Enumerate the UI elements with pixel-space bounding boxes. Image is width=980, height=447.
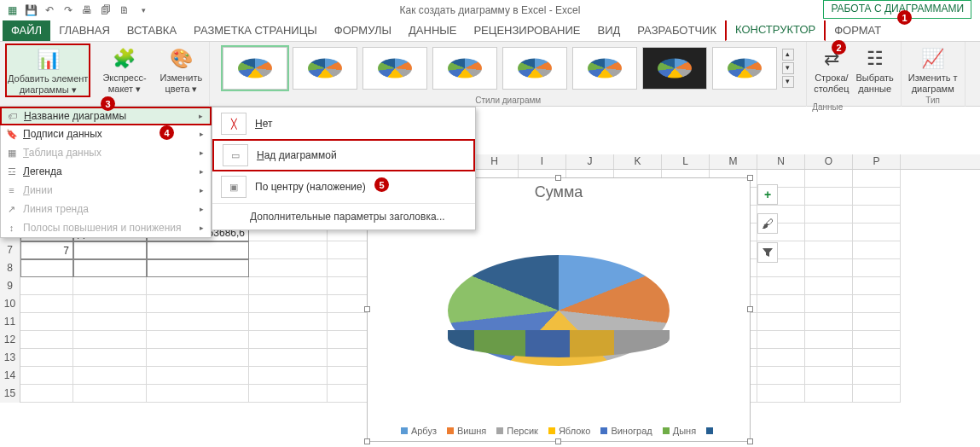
chart-styles-gallery[interactable]: ▴ ▾ ▾ <box>219 44 797 93</box>
cell[interactable] <box>853 277 901 295</box>
row-header[interactable]: 12 <box>0 331 20 349</box>
cell[interactable] <box>73 241 147 259</box>
cell[interactable] <box>20 385 73 403</box>
legend-item[interactable]: Арбуз <box>401 426 437 436</box>
down-icon[interactable]: ▾ <box>782 62 794 74</box>
cell[interactable] <box>147 349 249 367</box>
cell[interactable] <box>20 259 73 277</box>
cell[interactable] <box>73 313 147 331</box>
resize-handle[interactable] <box>747 438 753 444</box>
cell[interactable] <box>147 241 249 259</box>
row-header[interactable]: 7 <box>0 241 20 259</box>
cell[interactable] <box>805 277 853 295</box>
tab-review[interactable]: РЕЦЕНЗИРОВАНИЕ <box>465 20 589 41</box>
cell[interactable] <box>73 295 147 313</box>
style-thumb[interactable] <box>572 47 637 90</box>
cell[interactable] <box>757 313 805 331</box>
gallery-scroll[interactable]: ▴ ▾ ▾ <box>782 49 794 88</box>
cell[interactable] <box>805 170 853 188</box>
resize-handle[interactable] <box>555 175 561 181</box>
tab-view[interactable]: ВИД <box>589 20 629 41</box>
submenu-none[interactable]: ╳ Нет <box>212 107 475 140</box>
cell[interactable] <box>147 331 249 349</box>
cell[interactable]: 7 <box>20 241 73 259</box>
chart-elements-button[interactable]: + <box>757 184 778 205</box>
cell[interactable] <box>249 241 328 259</box>
tab-formulas[interactable]: ФОРМУЛЫ <box>326 20 400 41</box>
menu-data-labels[interactable]: 🔖 Подписи данных ▸ <box>1 125 211 143</box>
resize-handle[interactable] <box>555 438 561 444</box>
style-thumb[interactable] <box>642 47 707 90</box>
legend-item[interactable]: Виноград <box>600 426 652 436</box>
resize-handle[interactable] <box>364 438 370 444</box>
resize-handle[interactable] <box>747 306 753 312</box>
submenu-more-options[interactable]: Дополнительные параметры заголовка... <box>212 203 475 229</box>
cell[interactable] <box>249 349 328 367</box>
tab-home[interactable]: ГЛАВНАЯ <box>50 20 119 41</box>
style-thumb[interactable] <box>712 47 777 90</box>
cell[interactable] <box>147 295 249 313</box>
switch-row-col-button[interactable]: ⇄ Строка/ столбец <box>812 44 850 96</box>
cell[interactable] <box>757 277 805 295</box>
legend-item[interactable] <box>706 426 716 436</box>
style-thumb[interactable] <box>362 47 427 90</box>
change-colors-button[interactable]: 🎨 Изменить цвета ▾ <box>159 44 205 96</box>
tab-insert[interactable]: ВСТАВКА <box>119 20 185 41</box>
style-thumb[interactable] <box>293 47 357 90</box>
cell[interactable] <box>249 385 328 403</box>
tab-design[interactable]: КОНСТРУКТОР <box>725 17 826 41</box>
cell[interactable] <box>147 259 249 277</box>
row-header[interactable]: 15 <box>0 385 20 403</box>
cell[interactable] <box>853 170 901 188</box>
cell[interactable] <box>805 313 853 331</box>
style-thumb[interactable] <box>223 47 287 90</box>
cell[interactable] <box>853 295 901 313</box>
cell[interactable] <box>805 206 853 224</box>
row-header[interactable]: 11 <box>0 313 20 331</box>
cell[interactable] <box>73 259 147 277</box>
cell[interactable] <box>20 349 73 367</box>
col-header[interactable]: J <box>566 154 614 169</box>
tab-developer[interactable]: РАЗРАБОТЧИК <box>629 20 725 41</box>
col-header[interactable]: O <box>805 154 853 169</box>
col-header[interactable]: L <box>662 154 710 169</box>
cell[interactable] <box>853 224 901 241</box>
cell[interactable] <box>853 331 901 349</box>
row-header[interactable]: 14 <box>0 367 20 385</box>
col-header[interactable]: K <box>614 154 662 169</box>
cell[interactable] <box>249 313 328 331</box>
cell[interactable] <box>805 385 853 403</box>
cell[interactable] <box>805 241 853 259</box>
cell[interactable] <box>853 367 901 385</box>
cell[interactable] <box>73 277 147 295</box>
cell[interactable] <box>805 295 853 313</box>
cell[interactable] <box>757 295 805 313</box>
style-thumb[interactable] <box>432 47 497 90</box>
chart-legend[interactable]: АрбузВишняПерсикЯблокоВиноградДыня <box>368 426 750 436</box>
cell[interactable] <box>853 385 901 403</box>
cell[interactable] <box>20 313 73 331</box>
resize-handle[interactable] <box>747 175 753 181</box>
cell[interactable] <box>757 349 805 367</box>
cell[interactable] <box>853 349 901 367</box>
legend-item[interactable]: Вишня <box>447 426 486 436</box>
chart-filters-button[interactable] <box>757 242 778 263</box>
style-thumb[interactable] <box>502 47 567 90</box>
col-header[interactable]: H <box>471 154 519 169</box>
cell[interactable] <box>73 367 147 385</box>
tab-data[interactable]: ДАННЫЕ <box>400 20 465 41</box>
cell[interactable] <box>853 188 901 206</box>
change-chart-type-button[interactable]: 📈 Изменить т диаграмм <box>907 44 960 96</box>
chart-styles-button[interactable]: 🖌 <box>757 213 778 234</box>
cell[interactable] <box>147 277 249 295</box>
tab-page-layout[interactable]: РАЗМЕТКА СТРАНИЦЫ <box>185 20 326 41</box>
cell[interactable] <box>249 295 328 313</box>
cell[interactable] <box>249 277 328 295</box>
row-header[interactable]: 13 <box>0 349 20 367</box>
cell[interactable] <box>805 259 853 277</box>
cell[interactable] <box>249 331 328 349</box>
cell[interactable] <box>20 295 73 313</box>
col-header[interactable]: I <box>519 154 566 169</box>
legend-item[interactable]: Дыня <box>663 426 696 436</box>
quick-layout-button[interactable]: 🧩 Экспресс- макет ▾ <box>101 44 148 96</box>
